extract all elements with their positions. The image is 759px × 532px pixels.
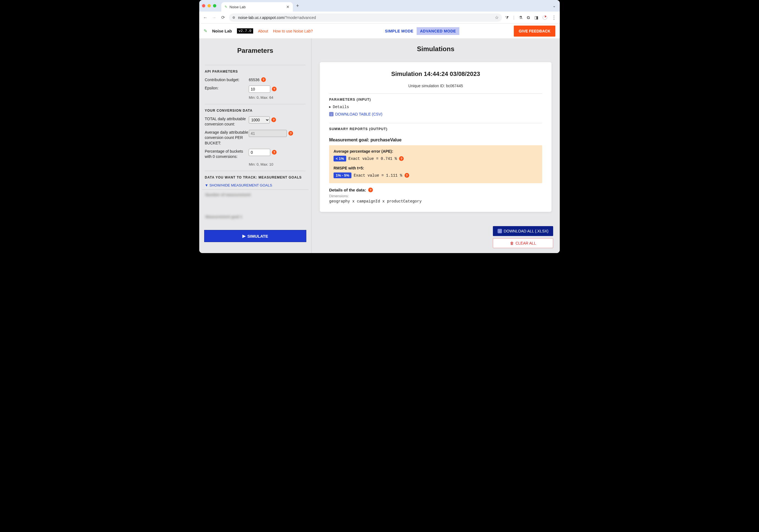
simple-mode-tab[interactable]: SIMPLE MODE bbox=[382, 27, 417, 35]
help-icon[interactable]: ? bbox=[272, 87, 277, 91]
advanced-mode-tab[interactable]: ADVANCED MODE bbox=[417, 27, 459, 35]
google-icon[interactable]: G bbox=[527, 15, 530, 20]
app-name: Noise Lab bbox=[212, 29, 232, 33]
tab-title: Noise Lab bbox=[229, 5, 284, 9]
app-version-badge: v2.7.0 bbox=[237, 28, 253, 34]
about-link[interactable]: About bbox=[258, 29, 268, 33]
browser-menu-icon[interactable]: ⋮ bbox=[551, 15, 556, 20]
pct-zero-label: Percentage of buckets with 0 conversions… bbox=[205, 149, 249, 160]
address-bar: ← → ⟳ ⚙ noise-lab.uc.r.appspot.com/?mode… bbox=[199, 12, 560, 24]
clear-all-button[interactable]: 🗑 CLEAR ALL bbox=[493, 238, 553, 248]
measurement-goal-title: Measurement goal: purchaseValue bbox=[329, 137, 542, 142]
profile-icon[interactable] bbox=[543, 16, 547, 20]
feedback-button[interactable]: GIVE FEEDBACK bbox=[514, 25, 555, 37]
sidepanel-icon[interactable]: ◨ bbox=[535, 15, 538, 20]
details-of-data-heading: Details of the data: ? bbox=[329, 188, 542, 192]
download-icon bbox=[329, 112, 334, 116]
help-icon[interactable]: ? bbox=[272, 150, 277, 155]
metrics-box: Average percentage error (APE): < 1% Exa… bbox=[329, 145, 542, 183]
url-box[interactable]: ⚙ noise-lab.uc.r.appspot.com/?mode=advan… bbox=[229, 14, 502, 22]
download-csv-link[interactable]: DOWNLOAD TABLE (CSV) bbox=[329, 112, 542, 116]
simulation-card: Simulation 14:44:24 03/08/2023 Unique si… bbox=[320, 62, 551, 212]
rmspe-badge: 1% - 5% bbox=[334, 172, 351, 178]
simulation-id: Unique simulation ID: bc067445 bbox=[329, 84, 542, 88]
dimensions-value: geography x campaignId x productCategory bbox=[329, 199, 542, 204]
url-text: noise-lab.uc.r.appspot.com/?mode=advance… bbox=[238, 16, 316, 20]
parameters-panel: Parameters API PARAMETERS Contribution b… bbox=[199, 39, 311, 253]
labs-icon[interactable]: ⚗ bbox=[519, 15, 522, 20]
mode-switcher: SIMPLE MODE ADVANCED MODE bbox=[382, 27, 459, 35]
help-icon[interactable]: ? bbox=[405, 173, 409, 178]
total-daily-label: TOTAL daily attributable conversion coun… bbox=[205, 116, 249, 127]
app-content: Parameters API PARAMETERS Contribution b… bbox=[199, 39, 560, 253]
help-icon[interactable]: ? bbox=[261, 77, 266, 82]
avg-daily-label: Average daily attributable conversion co… bbox=[205, 130, 249, 146]
window-controls bbox=[202, 4, 216, 7]
help-icon[interactable]: ? bbox=[271, 117, 276, 122]
summary-reports-heading: SUMMARY REPORTS (OUTPUT) bbox=[329, 127, 542, 131]
browser-tab[interactable]: ✎ Noise Lab ✕ bbox=[221, 2, 293, 12]
epsilon-hint: Min: 0, Max: 64 bbox=[249, 95, 306, 99]
reload-button[interactable]: ⟳ bbox=[220, 15, 226, 20]
rmspe-exact-value: Exact value = 1.111 % bbox=[354, 173, 402, 178]
forward-button[interactable]: → bbox=[211, 15, 217, 20]
measurement-goals-heading: DATA YOU WANT TO TRACK: MEASUREMENT GOAL… bbox=[205, 171, 306, 179]
conversion-data-heading: YOUR CONVERSION DATA bbox=[205, 104, 306, 112]
browser-tab-bar: ✎ Noise Lab ✕ + ⌄ bbox=[199, 0, 560, 12]
minimize-window-button[interactable] bbox=[208, 4, 211, 7]
bookmark-icon[interactable]: ☆ bbox=[495, 15, 499, 20]
blurred-text: Measurement goal 1 bbox=[205, 214, 305, 219]
browser-toolbar-icons: ⧩ | ⚗ G ◨ ⋮ bbox=[505, 15, 556, 20]
parameters-input-heading: PARAMETERS (INPUT) bbox=[329, 98, 542, 101]
rmspe-label: RMSPE with t=5: bbox=[334, 166, 538, 170]
toggle-goals-link[interactable]: ▼ SHOW/HIDE MEASUREMENT GOALS bbox=[205, 183, 306, 187]
dimensions-label: Dimensions: bbox=[329, 194, 542, 198]
help-icon[interactable]: ? bbox=[288, 131, 293, 135]
back-button[interactable]: ← bbox=[203, 15, 208, 20]
download-icon bbox=[498, 229, 502, 233]
simulations-panel: Simulations Simulation 14:44:24 03/08/20… bbox=[311, 39, 560, 253]
ape-badge: < 1% bbox=[334, 156, 346, 162]
expand-tabs-icon[interactable]: ⌄ bbox=[553, 4, 556, 8]
epsilon-input[interactable] bbox=[249, 86, 270, 93]
api-parameters-heading: API PARAMETERS bbox=[205, 65, 306, 73]
simulate-button[interactable]: ▶ SIMULATE bbox=[204, 230, 306, 242]
simulations-title: Simulations bbox=[320, 45, 551, 53]
app-header: ✎ Noise Lab v2.7.0 About How to use Nois… bbox=[199, 24, 560, 39]
app-logo-icon: ✎ bbox=[204, 28, 207, 34]
avg-daily-input bbox=[249, 130, 287, 137]
close-window-button[interactable] bbox=[202, 4, 205, 7]
parameters-title: Parameters bbox=[205, 47, 306, 55]
ape-exact-value: Exact value = 0.741 % bbox=[348, 157, 397, 161]
maximize-window-button[interactable] bbox=[213, 4, 216, 7]
contribution-budget-label: Contribution budget: bbox=[205, 77, 249, 83]
extensions-icon[interactable]: ⧩ bbox=[505, 15, 509, 20]
close-tab-icon[interactable]: ✕ bbox=[286, 5, 290, 9]
total-daily-select[interactable]: 1000 bbox=[249, 116, 270, 124]
pct-zero-hint: Min: 0, Max: 10 bbox=[249, 162, 306, 167]
chevron-down-icon: ▼ bbox=[205, 183, 208, 187]
help-icon[interactable]: ? bbox=[368, 188, 373, 192]
pct-zero-input[interactable] bbox=[249, 149, 270, 156]
blurred-text: Number of measurement bbox=[205, 193, 305, 197]
ape-label: Average percentage error (APE): bbox=[334, 149, 538, 154]
floating-actions: DOWNLOAD ALL (.XLSX) 🗑 CLEAR ALL bbox=[493, 226, 553, 248]
howto-link[interactable]: How to use Noise Lab? bbox=[273, 29, 313, 33]
contribution-budget-value: 65536 bbox=[249, 78, 260, 82]
details-toggle[interactable]: Details bbox=[329, 105, 542, 109]
play-icon: ▶ bbox=[242, 234, 246, 239]
new-tab-button[interactable]: + bbox=[296, 3, 299, 9]
help-icon[interactable]: ? bbox=[399, 156, 404, 161]
trash-icon: 🗑 bbox=[510, 241, 514, 246]
favicon-icon: ✎ bbox=[224, 5, 227, 9]
site-info-icon[interactable]: ⚙ bbox=[232, 16, 235, 19]
download-all-button[interactable]: DOWNLOAD ALL (.XLSX) bbox=[493, 226, 553, 236]
epsilon-label: Epsilon: bbox=[205, 86, 249, 91]
simulation-card-title: Simulation 14:44:24 03/08/2023 bbox=[329, 70, 542, 78]
